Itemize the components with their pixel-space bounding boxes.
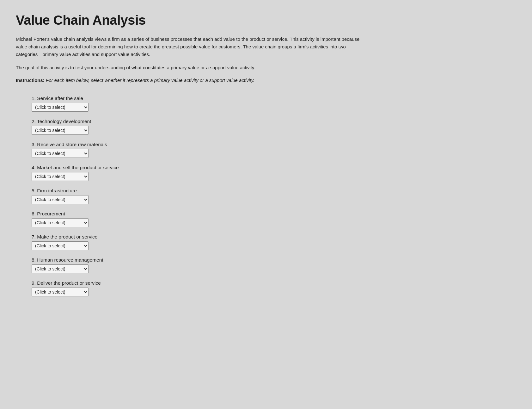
question-select-2[interactable]: (Click to select)Primary value activityS… — [32, 126, 89, 135]
instructions-label: Instructions: — [16, 77, 45, 83]
question-label: 9. Deliver the product or service — [32, 280, 516, 286]
instructions-body: For each item below, select whether it r… — [46, 77, 254, 83]
question-select-8[interactable]: (Click to select)Primary value activityS… — [32, 264, 89, 273]
question-item: 5. Firm infrastructure(Click to select)P… — [32, 188, 516, 204]
question-select-3[interactable]: (Click to select)Primary value activityS… — [32, 149, 89, 158]
question-select-9[interactable]: (Click to select)Primary value activityS… — [32, 288, 89, 296]
question-label: 1. Service after the sale — [32, 96, 516, 101]
question-select-5[interactable]: (Click to select)Primary value activityS… — [32, 195, 89, 204]
description-text: Michael Porter's value chain analysis vi… — [16, 35, 364, 58]
goal-text: The goal of this activity is to test you… — [16, 64, 364, 71]
question-item: 3. Receive and store raw materials(Click… — [32, 142, 516, 158]
questions-list: 1. Service after the sale(Click to selec… — [32, 96, 516, 296]
question-label: 8. Human resource management — [32, 257, 516, 263]
question-label: 7. Make the product or service — [32, 234, 516, 240]
question-select-4[interactable]: (Click to select)Primary value activityS… — [32, 172, 89, 181]
question-select-7[interactable]: (Click to select)Primary value activityS… — [32, 241, 89, 250]
question-item: 8. Human resource management(Click to se… — [32, 257, 516, 273]
question-item: 6. Procurement(Click to select)Primary v… — [32, 211, 516, 227]
question-label: 3. Receive and store raw materials — [32, 142, 516, 147]
instructions-text: Instructions: For each item below, selec… — [16, 77, 364, 84]
question-label: 5. Firm infrastructure — [32, 188, 516, 194]
question-label: 6. Procurement — [32, 211, 516, 217]
question-select-6[interactable]: (Click to select)Primary value activityS… — [32, 218, 89, 227]
question-item: 2. Technology development(Click to selec… — [32, 119, 516, 135]
question-select-1[interactable]: (Click to select)Primary value activityS… — [32, 103, 89, 112]
question-item: 9. Deliver the product or service(Click … — [32, 280, 516, 296]
page-title: Value Chain Analysis — [16, 13, 516, 28]
question-label: 2. Technology development — [32, 119, 516, 124]
question-item: 7. Make the product or service(Click to … — [32, 234, 516, 250]
question-item: 1. Service after the sale(Click to selec… — [32, 96, 516, 112]
question-item: 4. Market and sell the product or servic… — [32, 165, 516, 181]
question-label: 4. Market and sell the product or servic… — [32, 165, 516, 170]
